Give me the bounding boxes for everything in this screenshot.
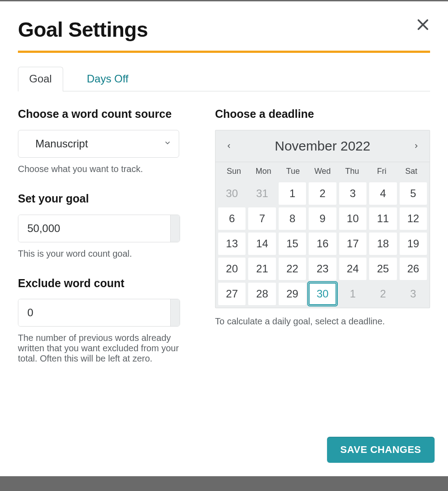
close-icon <box>416 18 430 31</box>
calendar-grid: 3031123456789101112131415161718192021222… <box>215 180 430 308</box>
calendar-day[interactable]: 18 <box>369 233 396 255</box>
tab-goal[interactable]: Goal <box>18 67 63 91</box>
goal-input[interactable] <box>18 215 170 242</box>
calendar-month-label: November 2022 <box>242 138 403 154</box>
divider-accent <box>18 51 430 53</box>
word-count-source-select[interactable]: Manuscript <box>18 130 179 158</box>
calendar-day[interactable]: 10 <box>339 207 366 230</box>
calendar-day: 2 <box>369 283 396 305</box>
calendar-day[interactable]: 4 <box>369 182 396 205</box>
exclude-heading: Exclude word count <box>18 276 188 291</box>
calendar-day[interactable]: 12 <box>400 207 427 230</box>
calendar-day[interactable]: 13 <box>218 233 246 255</box>
calendar-day[interactable]: 26 <box>400 258 427 280</box>
source-heading: Choose a word count source <box>18 107 188 122</box>
goal-hint: This is your word count goal. <box>18 249 188 259</box>
calendar-dow-label: Tue <box>278 167 308 176</box>
source-hint: Choose what you want to track. <box>18 164 188 174</box>
calendar-day[interactable]: 14 <box>248 233 276 255</box>
calendar-dow-label: Mon <box>249 167 278 176</box>
save-changes-button[interactable]: SAVE CHANGES <box>327 437 435 463</box>
exclude-unit: words <box>170 299 180 326</box>
goal-unit: words <box>170 215 180 242</box>
calendar-dow-label: Fri <box>367 167 396 176</box>
calendar-day[interactable]: 15 <box>279 233 306 255</box>
calendar-day[interactable]: 20 <box>218 258 246 280</box>
deadline-heading: Choose a deadline <box>215 107 430 122</box>
calendar-day: 31 <box>248 182 276 205</box>
calendar-day[interactable]: 16 <box>309 233 336 255</box>
calendar: November 2022 SunMonTueWedThuFriSat 3031… <box>215 130 430 308</box>
goal-heading: Set your goal <box>18 191 188 207</box>
calendar-dow-label: Sun <box>219 167 249 176</box>
goal-settings-dialog: Goal Settings Goal Days Off Choose a wor… <box>0 1 448 476</box>
calendar-day: 1 <box>339 283 366 305</box>
calendar-day[interactable]: 29 <box>279 283 306 305</box>
deadline-hint: To calculate a daily goal, select a dead… <box>215 316 430 327</box>
calendar-day[interactable]: 22 <box>279 258 306 280</box>
calendar-day[interactable]: 8 <box>279 207 306 230</box>
calendar-day[interactable]: 3 <box>339 182 366 205</box>
calendar-day: 30 <box>218 182 246 205</box>
calendar-day[interactable]: 6 <box>218 207 246 230</box>
calendar-day[interactable]: 21 <box>248 258 276 280</box>
chevron-right-icon <box>414 142 419 151</box>
calendar-dow-label: Thu <box>337 167 367 176</box>
calendar-day[interactable]: 23 <box>309 258 336 280</box>
calendar-day[interactable]: 27 <box>218 283 246 305</box>
tab-days-off[interactable]: Days Off <box>76 67 140 91</box>
calendar-day[interactable]: 19 <box>400 233 427 255</box>
calendar-next-button[interactable] <box>403 130 430 162</box>
calendar-day[interactable]: 2 <box>309 182 336 205</box>
calendar-day[interactable]: 25 <box>369 258 396 280</box>
calendar-day[interactable]: 28 <box>248 283 276 305</box>
calendar-prev-button[interactable] <box>215 130 242 162</box>
calendar-day: 3 <box>400 283 427 305</box>
calendar-day[interactable]: 7 <box>248 207 276 230</box>
left-column: Choose a word count source Manuscript Ch… <box>18 107 188 364</box>
calendar-day[interactable]: 11 <box>369 207 396 230</box>
close-button[interactable] <box>413 15 433 34</box>
exclude-input[interactable] <box>18 299 170 326</box>
calendar-day[interactable]: 5 <box>400 182 427 205</box>
chevron-left-icon <box>226 142 232 151</box>
tabs: Goal Days Off <box>18 66 430 91</box>
right-column: Choose a deadline November 2022 SunMonTu… <box>215 107 430 364</box>
calendar-dow-label: Sat <box>396 167 426 176</box>
calendar-day[interactable]: 1 <box>279 182 306 205</box>
calendar-day[interactable]: 24 <box>339 258 366 280</box>
dialog-title: Goal Settings <box>18 17 430 42</box>
calendar-day[interactable]: 30 <box>309 283 336 305</box>
calendar-day[interactable]: 9 <box>309 207 336 230</box>
exclude-hint: The number of previous words already wri… <box>18 333 188 364</box>
calendar-dow-label: Wed <box>308 167 337 176</box>
calendar-day-headers: SunMonTueWedThuFriSat <box>215 162 430 180</box>
calendar-day[interactable]: 17 <box>339 233 366 255</box>
